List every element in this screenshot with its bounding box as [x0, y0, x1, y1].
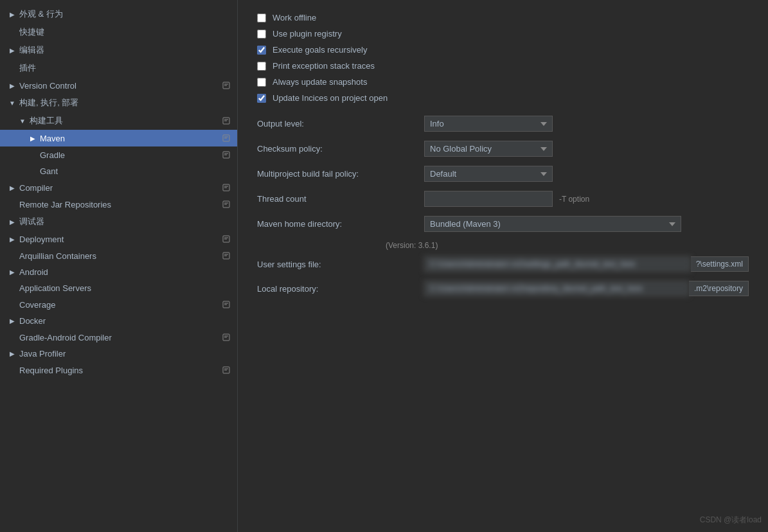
- sidebar-item-appServers[interactable]: Application Servers: [0, 280, 237, 296]
- repo-icon: [222, 150, 232, 160]
- sidebar-item-remoteJar[interactable]: Remote Jar Repositories: [0, 196, 237, 213]
- arrow-placeholder: [8, 251, 17, 260]
- checkbox-label-updateIndices: Update Incices on project open: [272, 93, 388, 103]
- arrow-placeholder: [28, 150, 37, 159]
- checksum-policy-label: Checksum policy:: [257, 144, 424, 154]
- arrow-icon: ▶: [8, 235, 17, 244]
- sidebar-item-requiredPlugins[interactable]: Required Plugins: [0, 362, 237, 378]
- sidebar-item-label: 构建工具: [30, 115, 219, 127]
- sidebar-item-label: 编辑器: [19, 44, 232, 56]
- maven-home-select[interactable]: Bundled (Maven 3)Maven 3: [424, 216, 681, 232]
- sidebar-item-docker[interactable]: ▶Docker: [0, 313, 237, 329]
- thread-count-label: Thread count: [257, 194, 424, 204]
- sidebar-item-versionControl[interactable]: ▶Version Control: [0, 77, 237, 94]
- user-settings-path-blurred: C:\Users\Administrator\.m2\settings_path…: [424, 256, 691, 272]
- checkbox-usePluginRegistry[interactable]: [257, 30, 266, 39]
- arrow-icon: ▶: [8, 183, 17, 192]
- sidebar-item-label: 调试器: [19, 216, 232, 227]
- sidebar-item-label: 外观 & 行为: [19, 8, 232, 20]
- arrow-icon: ▶: [8, 217, 17, 226]
- arrow-placeholder: [8, 366, 17, 375]
- arrow-placeholder: [8, 300, 17, 309]
- output-level-select[interactable]: QuietInfoDebugError: [424, 116, 553, 132]
- sidebar-item-deployment[interactable]: ▶Deployment: [0, 231, 237, 247]
- sidebar-item-label: Required Plugins: [19, 366, 219, 375]
- multiproject-policy-label: Multiproject build fail policy:: [257, 169, 424, 179]
- local-repo-path-suffix: .m2\repository: [689, 281, 749, 296]
- arrow-icon: ▶: [28, 134, 37, 143]
- sidebar-item-label: Coverage: [19, 300, 219, 310]
- sidebar-item-maven[interactable]: ▶Maven: [0, 130, 237, 146]
- checkbox-printException[interactable]: [257, 62, 266, 71]
- repo-icon: [222, 133, 232, 143]
- sidebar-item-label: 插件: [19, 62, 232, 74]
- repo-icon: [222, 182, 232, 193]
- sidebar-item-debugger[interactable]: ▶调试器: [0, 213, 237, 231]
- arrow-placeholder: [8, 64, 17, 73]
- local-repo-path-blurred: C:\Users\Administrator\.m2\repository_bl…: [424, 281, 689, 296]
- sidebar-item-label: Compiler: [19, 183, 219, 193]
- sidebar-item-label: 快捷键: [19, 26, 232, 38]
- user-settings-row: User settings file:C:\Users\Administrato…: [257, 256, 749, 272]
- sidebar-item-label: Java Profiler: [19, 349, 232, 359]
- checkbox-label-printException: Print exception stack traces: [272, 61, 375, 71]
- sidebar-item-appearance[interactable]: ▶外观 & 行为: [0, 5, 237, 23]
- thread-count-row: Thread count-T option: [257, 191, 749, 207]
- output-level-label: Output level:: [257, 119, 424, 129]
- checkbox-executeGoals[interactable]: [257, 46, 266, 55]
- sidebar-item-shortcuts[interactable]: 快捷键: [0, 23, 237, 41]
- sidebar-item-arquillian[interactable]: Arquillian Containers: [0, 247, 237, 264]
- sidebar-item-label: Version Control: [19, 81, 219, 91]
- maven-home-row: Maven home directory:Bundled (Maven 3)Ma…: [257, 216, 749, 232]
- sidebar-item-coverage[interactable]: Coverage: [0, 296, 237, 313]
- maven-version-note: (Version: 3.6.1): [257, 241, 749, 250]
- checkbox-alwaysUpdate[interactable]: [257, 78, 266, 87]
- arrow-icon: ▼: [18, 116, 27, 125]
- checksum-policy-select[interactable]: No Global PolicyStrictLaxIgnore: [424, 141, 553, 157]
- arrow-placeholder: [8, 333, 17, 342]
- repo-icon: [222, 299, 232, 310]
- arrow-placeholder: [28, 167, 37, 176]
- sidebar-item-buildRunDeploy[interactable]: ▼构建, 执行, 部署: [0, 94, 237, 112]
- repo-icon: [222, 80, 232, 91]
- checkbox-row-workOffline: Work offline: [257, 13, 749, 22]
- local-repo-row: Local repository:C:\Users\Administrator\…: [257, 281, 749, 296]
- t-option-label: -T option: [559, 195, 589, 204]
- sidebar-item-label: Gradle: [40, 150, 219, 160]
- sidebar-item-label: Android: [19, 267, 232, 277]
- sidebar-item-gradle[interactable]: Gradle: [0, 146, 237, 163]
- sidebar-item-javaProfiler[interactable]: ▶Java Profiler: [0, 346, 237, 362]
- repo-icon: [222, 365, 232, 375]
- sidebar-item-label: Arquillian Containers: [19, 251, 219, 261]
- arrow-icon: ▶: [8, 317, 17, 326]
- checkbox-label-executeGoals: Execute goals recursively: [272, 45, 367, 55]
- sidebar-item-label: Docker: [19, 316, 232, 326]
- arrow-icon: ▶: [8, 10, 17, 19]
- sidebar-item-android[interactable]: ▶Android: [0, 264, 237, 280]
- repo-icon: [222, 199, 232, 209]
- arrow-icon: ▶: [8, 81, 17, 90]
- arrow-placeholder: [8, 28, 17, 37]
- checkbox-row-executeGoals: Execute goals recursively: [257, 45, 749, 55]
- sidebar-item-plugins[interactable]: 插件: [0, 59, 237, 77]
- output-level-row: Output level:QuietInfoDebugError: [257, 116, 749, 132]
- thread-count-input[interactable]: [424, 191, 553, 207]
- sidebar-item-compiler[interactable]: ▶Compiler: [0, 179, 237, 196]
- repo-icon: [222, 234, 232, 244]
- sidebar-item-gradleAndroid[interactable]: Gradle-Android Compiler: [0, 329, 237, 346]
- local-repo-label: Local repository:: [257, 284, 424, 294]
- sidebar-item-gant[interactable]: Gant: [0, 163, 237, 179]
- sidebar-item-label: 构建, 执行, 部署: [19, 97, 232, 109]
- checkbox-workOffline[interactable]: [257, 13, 266, 22]
- sidebar: ▶外观 & 行为快捷键▶编辑器插件▶Version Control▼构建, 执行…: [0, 0, 238, 532]
- checkbox-label-usePluginRegistry: Use plugin registry: [272, 29, 342, 39]
- checkbox-row-printException: Print exception stack traces: [257, 61, 749, 71]
- checkbox-row-alwaysUpdate: Always update snapshots: [257, 77, 749, 87]
- user-settings-label: User settings file:: [257, 260, 424, 269]
- multiproject-policy-select[interactable]: DefaultFail At EndFail NeverFail Fast: [424, 166, 553, 182]
- sidebar-item-buildTools[interactable]: ▼构建工具: [0, 112, 237, 130]
- checkbox-updateIndices[interactable]: [257, 94, 266, 103]
- sidebar-item-label: Maven: [40, 134, 219, 143]
- sidebar-item-editor[interactable]: ▶编辑器: [0, 41, 237, 59]
- checkbox-label-alwaysUpdate: Always update snapshots: [272, 77, 367, 87]
